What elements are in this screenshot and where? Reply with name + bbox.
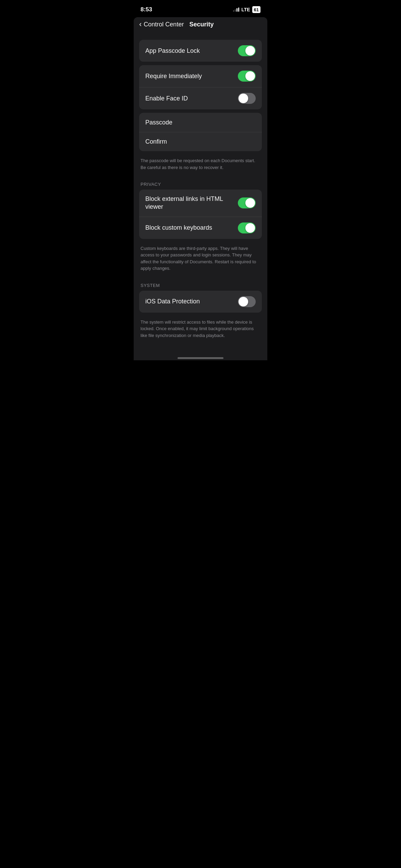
block-custom-keyboards-row: Block custom keyboards: [139, 217, 262, 239]
signal-bars: [233, 8, 239, 12]
ios-data-protection-toggle[interactable]: [238, 296, 256, 307]
status-time: 8:53: [141, 6, 152, 13]
passcode-helper-text: The passcode will be requested on each D…: [139, 155, 262, 176]
privacy-card: Block external links in HTML viewer Bloc…: [139, 190, 262, 239]
home-bar: [178, 357, 223, 359]
signal-bar-4: [238, 8, 239, 12]
app-passcode-card: App Passcode Lock: [139, 40, 262, 62]
block-custom-keyboards-knob: [245, 223, 255, 233]
main-content: App Passcode Lock Require Immediately En…: [134, 34, 267, 354]
passcode-row[interactable]: Passcode: [139, 113, 262, 132]
ios-data-protection-knob: [239, 297, 248, 306]
block-external-links-row: Block external links in HTML viewer: [139, 190, 262, 217]
require-immediately-label: Require Immediately: [145, 73, 202, 80]
back-chevron-icon: ‹: [139, 20, 142, 29]
passcode-label: Passcode: [145, 119, 172, 126]
back-label[interactable]: Control Center: [144, 21, 184, 28]
lte-label: LTE: [241, 7, 250, 12]
enable-face-id-knob: [239, 94, 248, 103]
system-card: iOS Data Protection: [139, 291, 262, 313]
require-immediately-knob: [245, 71, 255, 81]
require-immediately-row: Require Immediately: [139, 65, 262, 87]
signal-bar-1: [233, 10, 234, 12]
status-right: LTE 61: [233, 6, 260, 13]
block-external-links-toggle[interactable]: [238, 197, 256, 208]
privacy-section-label: PRIVACY: [139, 176, 262, 190]
nav-header: ‹ Control Center Security: [134, 17, 267, 34]
status-bar: 8:53 LTE 61: [134, 0, 267, 17]
home-indicator: [134, 354, 267, 360]
ios-data-protection-row: iOS Data Protection: [139, 291, 262, 313]
system-helper-text: The system will restrict access to files…: [139, 316, 262, 345]
app-passcode-toggle-knob: [245, 46, 255, 56]
block-external-links-label: Block external links in HTML viewer: [145, 195, 234, 211]
system-section-label: SYSTEM: [139, 277, 262, 291]
battery: 61: [252, 6, 260, 13]
passcode-options-card: Require Immediately Enable Face ID: [139, 65, 262, 109]
require-immediately-toggle[interactable]: [238, 71, 256, 82]
back-button[interactable]: ‹ Control Center: [139, 20, 184, 29]
app-passcode-row: App Passcode Lock: [139, 40, 262, 62]
page-title: Security: [189, 21, 214, 28]
battery-level: 61: [254, 7, 259, 12]
ios-data-protection-label: iOS Data Protection: [145, 298, 200, 305]
confirm-row[interactable]: Confirm: [139, 132, 262, 151]
enable-face-id-toggle[interactable]: [238, 93, 256, 104]
app-passcode-toggle[interactable]: [238, 45, 256, 56]
enable-face-id-row: Enable Face ID: [139, 87, 262, 109]
enable-face-id-label: Enable Face ID: [145, 95, 188, 102]
signal-bar-2: [235, 9, 236, 12]
block-custom-keyboards-toggle[interactable]: [238, 222, 256, 233]
block-custom-keyboards-label: Block custom keyboards: [145, 224, 212, 231]
confirm-label: Confirm: [145, 138, 167, 145]
privacy-helper-text: Custom keyboards are third-party apps. T…: [139, 242, 262, 277]
app-passcode-label: App Passcode Lock: [145, 47, 200, 55]
block-external-links-knob: [245, 198, 255, 208]
signal-bar-3: [236, 8, 238, 12]
passcode-fields-card: Passcode Confirm: [139, 113, 262, 151]
